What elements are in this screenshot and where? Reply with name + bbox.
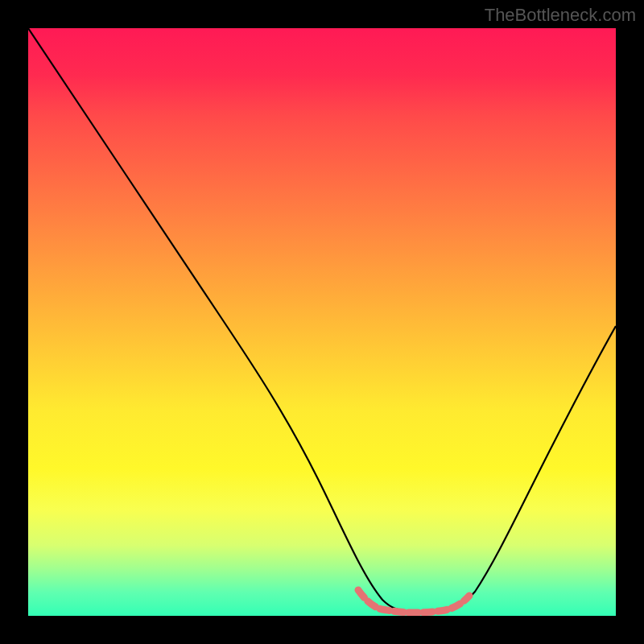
plot-area: [28, 28, 616, 616]
highlight-segment: [358, 590, 469, 613]
chart-container: TheBottleneck.com: [0, 0, 644, 644]
watermark-text: TheBottleneck.com: [485, 5, 636, 26]
curve-layer: [28, 28, 616, 616]
bottleneck-curve: [28, 28, 616, 613]
